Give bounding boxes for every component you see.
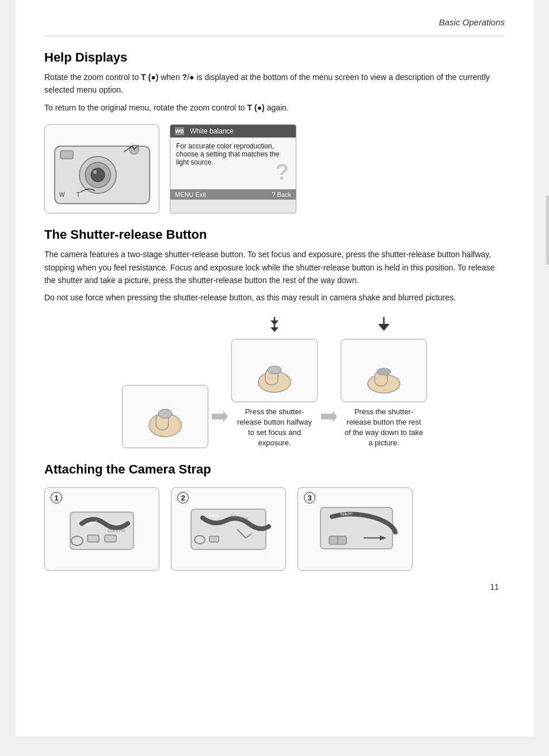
shutter-img-1 [122, 385, 208, 448]
header-bar: Basic Operations [44, 12, 505, 36]
menu-screen-body: For accurate color reproduction, choose … [170, 138, 296, 189]
svg-text:COOLPIX: COOLPIX [108, 529, 125, 533]
help-displays-images: W T WB White balance For accurate color … [44, 124, 505, 213]
menu-footer-left: MENU Exit [175, 191, 206, 198]
shutter-caption-2: Press the shutter-release button halfway… [234, 407, 315, 449]
strap-images-row: 1 Nikon COOLPIX 2 [44, 487, 505, 571]
menu-screen-header: WB White balance [170, 125, 296, 138]
svg-marker-20 [321, 411, 337, 422]
menu-screen-header-text: White balance [190, 127, 234, 135]
svg-rect-5 [60, 151, 73, 159]
shutter-images-row: Press the shutter-release button halfway… [44, 316, 505, 449]
svg-rect-36 [209, 536, 219, 542]
header-title: Basic Operations [439, 17, 505, 27]
shutter-step-3: Press the shutter-release button the res… [341, 316, 427, 449]
svg-point-11 [158, 409, 172, 418]
menu-screen-illustration: WB White balance For accurate color repr… [170, 124, 296, 213]
menu-screen-footer: MENU Exit ? Back [170, 189, 296, 200]
shutter-img-2 [231, 339, 318, 402]
section1-heading: Help Displays [44, 50, 505, 65]
menu-screen-body-text: For accurate color reproduction, choose … [176, 142, 279, 166]
arrow-2 [318, 385, 341, 448]
menu-footer-right: ? Back [272, 191, 291, 198]
svg-marker-22 [378, 324, 390, 331]
strap-img-3: 3 Nikon [298, 487, 413, 571]
shutter-step-2: Press the shutter-release button halfway… [231, 316, 318, 449]
svg-text:T: T [77, 192, 80, 198]
section-shutter: The Shutter-release Button The camera fe… [44, 227, 505, 448]
page-number: 11 [490, 582, 499, 591]
section-help-displays: Help Displays Rotate the zoom control to… [44, 50, 505, 213]
wb-icon: WB [175, 127, 184, 135]
shutter-img-3 [341, 339, 427, 402]
section2-para2: Do not use force when pressing the shutt… [44, 291, 505, 304]
shutter-caption-3: Press the shutter-release button the res… [344, 407, 424, 449]
strap-img-2: 2 Nikon COOLPIX [171, 487, 286, 571]
side-tab: Introduction [546, 196, 549, 265]
svg-point-3 [91, 168, 105, 182]
section1-para2: To return to the original menu, rotate t… [44, 101, 505, 114]
section3-heading: Attaching the Camera Strap [44, 462, 505, 477]
arrow-1 [208, 385, 231, 448]
svg-rect-31 [105, 535, 116, 542]
section2-para1: The camera features a two-stage shutter-… [44, 248, 505, 287]
shutter-step-1 [122, 385, 208, 448]
svg-marker-16 [270, 327, 279, 332]
page-number-container: 11 [44, 582, 505, 591]
svg-text:W: W [59, 192, 65, 198]
svg-point-25 [377, 368, 391, 375]
strap-img-1: 1 Nikon COOLPIX [44, 487, 159, 571]
section-strap: Attaching the Camera Strap 1 Nikon COOLP… [44, 462, 505, 571]
section1-para1: Rotate the zoom control to T (●) when ?/… [44, 71, 505, 97]
svg-point-4 [93, 170, 97, 174]
question-mark-icon: ? [276, 160, 289, 185]
section2-heading: The Shutter-release Button [44, 227, 505, 242]
camera-illustration: W T [44, 124, 159, 213]
svg-text:Nikon: Nikon [341, 511, 353, 517]
svg-marker-12 [212, 411, 228, 422]
svg-rect-30 [87, 535, 99, 542]
svg-point-19 [268, 366, 281, 374]
